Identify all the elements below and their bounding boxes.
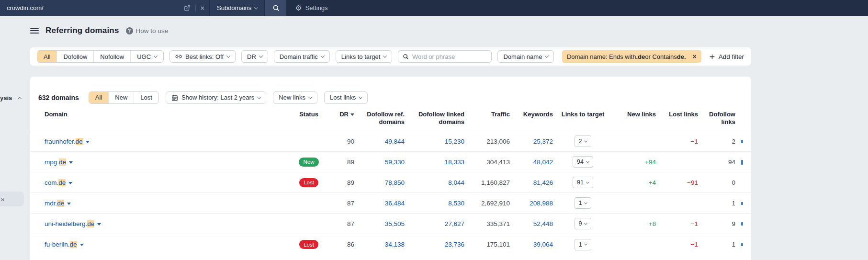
external-link-icon[interactable] <box>184 5 191 11</box>
links-to-target-select[interactable]: 91 <box>573 177 593 188</box>
links-to-target-select[interactable]: 94 <box>573 156 593 168</box>
links-to-target-select[interactable]: 1 <box>575 197 592 209</box>
domain-link[interactable]: fraunhofer.de <box>45 138 83 145</box>
col-links-to-target[interactable]: Links to target <box>553 111 613 118</box>
domain-highlight: de <box>70 241 77 248</box>
col-traffic[interactable]: Traffic <box>464 111 510 118</box>
col-domain[interactable]: Domain <box>45 111 290 118</box>
dofollow-ref-value[interactable]: 35,505 <box>354 220 405 227</box>
chevron-down-icon <box>154 54 158 57</box>
top-bar: crowdin.com/ Subdomains Settings <box>0 0 868 16</box>
domain-dropdown-icon[interactable] <box>67 203 71 205</box>
col-status[interactable]: Status <box>290 111 328 118</box>
segment-status-new[interactable]: New <box>109 92 134 103</box>
domain-link[interactable]: mpg.de <box>45 158 66 166</box>
links-to-target-select[interactable]: 2 <box>575 136 592 147</box>
segment-status-all[interactable]: All <box>89 92 109 103</box>
dofollow-links-bar <box>741 222 743 226</box>
domain-link[interactable]: mdr.de <box>45 200 64 207</box>
dofollow-linked-value[interactable]: 23,736 <box>405 241 464 248</box>
chevron-down-icon <box>308 95 312 99</box>
segment-nofollow[interactable]: Nofollow <box>94 51 131 62</box>
dofollow-linked-value[interactable]: 8,044 <box>405 179 464 186</box>
domain-traffic-filter[interactable]: Domain traffic <box>274 50 330 63</box>
referring-domains-table: 632 domains All New Lost Show history: L… <box>30 77 751 260</box>
remove-filter-icon[interactable] <box>693 53 697 60</box>
links-to-target-filter[interactable]: Links to target <box>336 50 393 63</box>
domain-link[interactable]: uni-heidelberg.de <box>45 220 94 227</box>
col-dofollow-linked[interactable]: Dofollow linked domains <box>405 111 464 126</box>
dr-value: 89 <box>328 179 354 186</box>
keywords-value[interactable]: 208,988 <box>510 200 553 207</box>
domain-link[interactable]: com.de <box>45 179 66 186</box>
divider <box>195 5 196 11</box>
keywords-value[interactable]: 52,448 <box>510 220 553 227</box>
dofollow-ref-value[interactable]: 34,138 <box>354 241 405 248</box>
clear-input-icon[interactable] <box>201 4 204 12</box>
links-to-target-value: 2 <box>579 138 582 145</box>
mode-selector[interactable]: Subdomains <box>210 0 264 16</box>
lost-links-filter[interactable]: Lost links <box>324 91 368 104</box>
links-to-target-select[interactable]: 1 <box>575 239 592 250</box>
dofollow-linked-value[interactable]: 18,333 <box>405 158 464 166</box>
domain-dropdown-icon[interactable] <box>97 223 101 226</box>
target-value[interactable]: crowdin.com/ <box>7 4 44 11</box>
table-header-row: Domain Status DR Dofollow ref. domains D… <box>30 104 751 131</box>
table-body: fraunhofer.de 90 49,844 15,230 213,006 2… <box>30 131 751 255</box>
keywords-value[interactable]: 25,372 <box>510 138 553 145</box>
add-filter-button[interactable]: Add filter <box>709 53 744 60</box>
dr-value: 90 <box>328 138 354 145</box>
domain-dropdown-icon[interactable] <box>86 141 90 143</box>
filter-bar: All Dofollow Nofollow UGC Best links: Of… <box>30 47 751 66</box>
dofollow-ref-value[interactable]: 59,330 <box>354 158 405 166</box>
dofollow-linked-value[interactable]: 15,230 <box>405 138 464 145</box>
sidebar-item-partial[interactable]: s <box>0 192 24 206</box>
sidebar-section-partial[interactable]: ysis <box>0 94 21 102</box>
settings-button[interactable]: Settings <box>295 0 327 16</box>
search-button[interactable] <box>265 0 286 16</box>
domain-dropdown-icon[interactable] <box>80 244 84 246</box>
new-links-filter[interactable]: New links <box>273 91 317 104</box>
segment-all[interactable]: All <box>37 51 57 62</box>
col-lost-links[interactable]: Lost links <box>656 111 698 118</box>
domain-prefix: fu-berlin. <box>45 241 70 248</box>
keywords-value[interactable]: 39,064 <box>510 241 553 248</box>
dofollow-linked-value[interactable]: 8,530 <box>405 200 464 207</box>
how-to-use-link[interactable]: How to use <box>126 27 169 34</box>
dr-filter[interactable]: DR <box>241 50 268 63</box>
dofollow-ref-value[interactable]: 49,844 <box>354 138 405 145</box>
table-row: fu-berlin.de Lost 86 34,138 23,736 175,1… <box>30 234 751 255</box>
chevron-down-icon <box>226 54 230 57</box>
domain-name-filter[interactable]: Domain name <box>497 50 554 63</box>
dofollow-ref-value[interactable]: 78,850 <box>354 179 405 186</box>
col-dofollow-ref[interactable]: Dofollow ref. domains <box>354 111 405 126</box>
dofollow-ref-value[interactable]: 36,484 <box>354 200 405 207</box>
word-search-input[interactable] <box>412 53 487 60</box>
domain-name-label: Domain name <box>503 53 542 60</box>
domain-dropdown-icon[interactable] <box>69 161 73 164</box>
target-input[interactable]: crowdin.com/ <box>0 0 209 16</box>
col-dofollow-links[interactable]: Dofollow links <box>698 111 735 126</box>
dofollow-links-value: 1 <box>698 241 735 248</box>
segment-ugc[interactable]: UGC <box>131 51 163 62</box>
active-filter-pill: Domain name: Ends with .de or Contains d… <box>562 50 701 63</box>
segment-dofollow[interactable]: Dofollow <box>57 51 94 62</box>
domain-link[interactable]: fu-berlin.de <box>45 241 77 248</box>
col-keywords[interactable]: Keywords <box>510 111 553 118</box>
keywords-value[interactable]: 48,042 <box>510 158 553 166</box>
chevron-down-icon <box>584 242 587 246</box>
segment-status-lost[interactable]: Lost <box>134 92 158 103</box>
dofollow-linked-value[interactable]: 27,627 <box>405 220 464 227</box>
col-dr[interactable]: DR <box>328 111 354 118</box>
domain-prefix: fraunhofer. <box>45 138 76 145</box>
dr-value: 87 <box>328 200 354 207</box>
links-to-target-select[interactable]: 9 <box>575 218 592 229</box>
domain-prefix: mdr. <box>45 200 57 207</box>
keywords-value[interactable]: 81,426 <box>510 179 553 186</box>
menu-icon[interactable] <box>30 28 39 34</box>
col-new-links[interactable]: New links <box>613 111 656 118</box>
domain-dropdown-icon[interactable] <box>68 182 72 184</box>
best-links-filter[interactable]: Best links: Off <box>169 50 236 63</box>
show-history-filter[interactable]: Show history: Last 2 years <box>166 91 266 104</box>
status-segment-group: All New Lost <box>89 91 159 104</box>
